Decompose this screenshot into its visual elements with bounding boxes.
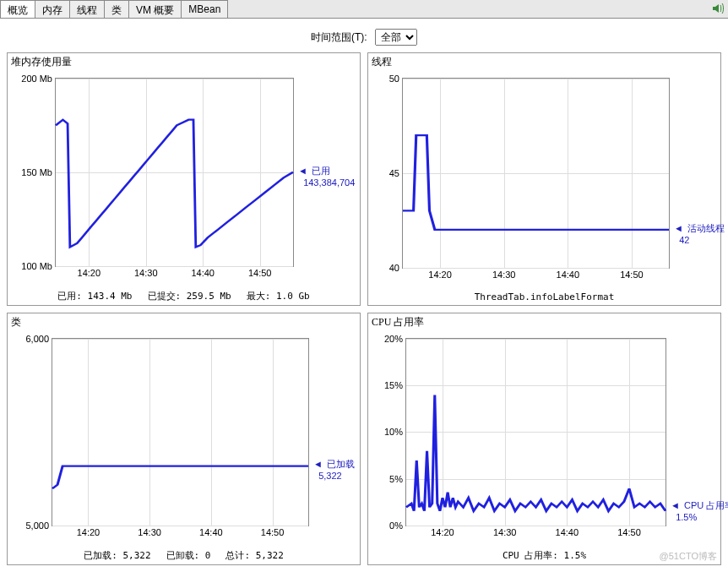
watermark: @51CTO博客 xyxy=(660,550,717,563)
time-range-label: 时间范围(T): xyxy=(311,31,367,43)
cpu-legend: ◄ CPU 占用率 1.5% xyxy=(671,499,728,522)
xtick: 14:50 xyxy=(248,268,272,278)
tab-memory[interactable]: 内存 xyxy=(35,0,70,18)
xtick: 14:20 xyxy=(428,270,452,280)
ytick: 40 xyxy=(389,263,399,273)
heap-legend: ◄ 已用 143,384,704 xyxy=(298,165,355,188)
heap-footer: 已用: 143.4 Mb 已提交: 259.5 Mb 最大: 1.0 Gb xyxy=(8,287,360,305)
xtick: 14:30 xyxy=(134,268,158,278)
ytick: 100 Mb xyxy=(21,261,52,271)
xtick: 14:50 xyxy=(620,270,644,280)
ytick: 15% xyxy=(384,380,403,390)
time-range-select[interactable]: 全部 xyxy=(375,29,417,46)
sound-icon[interactable] xyxy=(708,0,728,18)
xtick: 14:30 xyxy=(138,527,161,537)
ytick: 45 xyxy=(389,168,399,178)
classes-legend: ◄ 已加载 5,322 xyxy=(313,458,355,481)
classes-chart xyxy=(52,339,308,526)
cpu-chart xyxy=(406,339,666,526)
tab-bar: 概览 内存 线程 类 VM 概要 MBean xyxy=(0,0,728,19)
xtick: 14:40 xyxy=(199,527,223,537)
tab-mbean[interactable]: MBean xyxy=(181,0,228,18)
arrow-left-icon: ◄ xyxy=(313,459,323,469)
threads-footer: ThreadTab.infoLabelFormat xyxy=(368,289,720,305)
xtick: 14:40 xyxy=(556,527,579,537)
panel-threads-title: 线程 xyxy=(368,53,720,71)
ytick: 5% xyxy=(389,474,403,484)
panel-threads: 线程 50 45 40 14:20 14:30 14:40 14:50 xyxy=(367,52,721,306)
xtick: 14:30 xyxy=(492,270,516,280)
panel-cpu: CPU 占用率 20% 15% 10% 5% 0% 14:20 14:30 14… xyxy=(367,313,721,566)
ytick: 20% xyxy=(384,334,403,344)
tab-threads[interactable]: 线程 xyxy=(69,0,105,18)
panel-classes: 类 6,000 5,000 14:20 14:30 14:40 14:50 xyxy=(7,313,361,566)
panel-classes-title: 类 xyxy=(8,313,360,331)
tab-overview[interactable]: 概览 xyxy=(0,0,35,18)
chart-grid: 堆内存使用量 200 Mb 150 Mb 100 Mb 14:20 14:30 … xyxy=(0,52,728,572)
xtick: 14:30 xyxy=(493,527,517,537)
ytick: 200 Mb xyxy=(21,74,52,84)
panel-heap-title: 堆内存使用量 xyxy=(8,53,360,71)
classes-footer: 已加载: 5,322 已卸载: 0 总计: 5,322 xyxy=(8,547,360,564)
tab-vm-summary[interactable]: VM 概要 xyxy=(128,0,182,18)
arrow-left-icon: ◄ xyxy=(674,223,683,233)
ytick: 50 xyxy=(389,74,399,84)
xtick: 14:20 xyxy=(431,527,454,537)
panel-cpu-title: CPU 占用率 xyxy=(368,313,720,331)
xtick: 14:50 xyxy=(261,527,285,537)
arrow-left-icon: ◄ xyxy=(298,166,307,176)
xtick: 14:50 xyxy=(617,527,641,537)
heap-chart xyxy=(56,79,293,266)
tab-classes[interactable]: 类 xyxy=(104,0,129,18)
ytick: 0% xyxy=(389,520,403,531)
xtick: 14:20 xyxy=(78,268,101,278)
threads-legend: ◄ 活动线程 42 xyxy=(674,222,725,245)
ytick: 5,000 xyxy=(25,520,49,531)
threads-chart xyxy=(403,79,669,268)
xtick: 14:40 xyxy=(191,268,215,278)
xtick: 14:40 xyxy=(557,270,580,280)
arrow-left-icon: ◄ xyxy=(671,500,680,510)
ytick: 150 Mb xyxy=(21,167,52,177)
time-range-controls: 时间范围(T): 全部 xyxy=(0,19,728,52)
ytick: 6,000 xyxy=(25,334,49,344)
ytick: 10% xyxy=(384,427,403,437)
panel-heap: 堆内存使用量 200 Mb 150 Mb 100 Mb 14:20 14:30 … xyxy=(7,52,361,306)
xtick: 14:20 xyxy=(77,527,101,537)
